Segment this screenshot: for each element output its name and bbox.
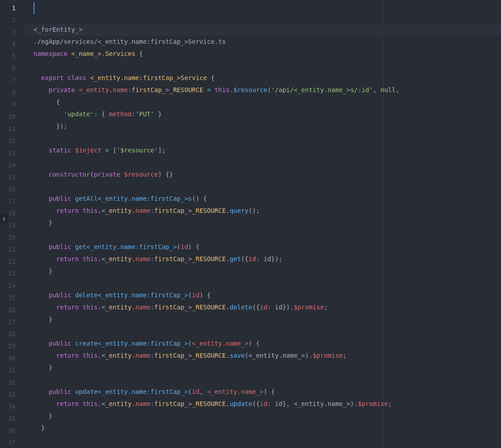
- code-line[interactable]: return this.<_entity.name:firstCap_>_RES…: [34, 301, 501, 313]
- code-line[interactable]: }: [34, 362, 501, 374]
- token-pl: .<: [98, 304, 105, 311]
- line-number[interactable]: 7: [0, 75, 16, 87]
- code-line[interactable]: 'update': { method:'PUT' }: [34, 108, 501, 120]
- code-line[interactable]: [34, 229, 501, 241]
- code-line[interactable]: public update<_entity.name:firstCap_>(id…: [34, 386, 501, 398]
- line-number[interactable]: 5: [0, 51, 16, 63]
- token-cls: _RESOURCE: [192, 304, 226, 311]
- line-number[interactable]: 33: [0, 389, 16, 401]
- line-number[interactable]: 13: [0, 147, 16, 159]
- code-line[interactable]: [34, 434, 501, 446]
- code-line[interactable]: public create<_entity.name:firstCap_>(<_…: [34, 338, 501, 350]
- line-number[interactable]: 8: [0, 87, 16, 99]
- code-line[interactable]: return this.<_entity.name:firstCap_>_RES…: [34, 205, 501, 217]
- token-pl: [34, 400, 56, 407]
- code-line[interactable]: angular.module('<_name_>').service('<_en…: [34, 446, 501, 448]
- line-number[interactable]: 11: [0, 123, 16, 135]
- code-line[interactable]: ./ngApp/services/<_entity.name:firstCap_…: [34, 36, 501, 48]
- line-number[interactable]: 27: [0, 316, 16, 328]
- line-number[interactable]: 17: [0, 195, 16, 207]
- line-number[interactable]: 31: [0, 364, 16, 376]
- line-number[interactable]: 28: [0, 328, 16, 340]
- code-line[interactable]: public get<_entity.name:firstCap_>(id) {: [34, 241, 501, 253]
- code-line[interactable]: }: [34, 313, 501, 325]
- code-line[interactable]: [34, 181, 501, 193]
- code-line[interactable]: private <_entity.name:firstCap_>_RESOURC…: [34, 84, 501, 96]
- code-line[interactable]: public delete<_entity.name:firstCap_>(id…: [34, 289, 501, 301]
- code-editor[interactable]: 1234567891011121314151617181920212223242…: [0, 0, 501, 448]
- token-kw: this: [215, 86, 230, 93]
- fold-handle[interactable]: ❮: [0, 214, 8, 224]
- code-line[interactable]: public getAll<_entity.name:firstCap_>s()…: [34, 193, 501, 205]
- line-number[interactable]: 16: [0, 183, 16, 195]
- line-number[interactable]: 35: [0, 413, 16, 425]
- code-line[interactable]: [34, 325, 501, 338]
- line-number[interactable]: 3: [0, 26, 16, 38]
- token-pl: .: [132, 400, 135, 407]
- line-number[interactable]: 10: [0, 111, 16, 123]
- code-line[interactable]: [34, 374, 501, 386]
- code-line[interactable]: }: [34, 217, 501, 229]
- token-pl: }: [34, 316, 52, 323]
- line-number[interactable]: 9: [0, 99, 16, 111]
- line-number[interactable]: 2: [0, 14, 16, 26]
- line-number[interactable]: 22: [0, 256, 16, 268]
- code-line[interactable]: constructor(private $resource) {}: [34, 169, 501, 181]
- code-line[interactable]: namespace <_name_>.Services {: [34, 48, 501, 60]
- code-line[interactable]: [34, 60, 501, 72]
- line-number[interactable]: 15: [0, 171, 16, 183]
- line-number[interactable]: 20: [0, 232, 16, 244]
- line-number[interactable]: 1: [0, 2, 16, 14]
- line-number[interactable]: 36: [0, 425, 16, 437]
- code-line[interactable]: {: [34, 96, 501, 108]
- token-fn: save: [229, 352, 245, 359]
- token-pl: ];: [158, 147, 166, 154]
- code-line[interactable]: <_forEntity_>: [25, 24, 501, 36]
- token-pl: .: [109, 86, 113, 93]
- code-area[interactable]: <_forEntity_>./ngApp/services/<_entity.n…: [25, 0, 501, 448]
- code-line[interactable]: return this.<_entity.name:firstCap_>_RES…: [34, 398, 501, 410]
- code-line[interactable]: }: [34, 410, 501, 422]
- line-number[interactable]: 30: [0, 352, 16, 364]
- line-number[interactable]: 23: [0, 268, 16, 280]
- code-line[interactable]: export class <_entity.name:firstCap_>Ser…: [34, 72, 501, 84]
- line-number[interactable]: 32: [0, 376, 16, 389]
- token-str: '$resource': [116, 147, 158, 154]
- code-line[interactable]: [34, 156, 501, 169]
- token-pl: >: [188, 400, 192, 407]
- token-pl: }: [154, 110, 162, 118]
- token-pl: ) {: [188, 243, 200, 250]
- token-param: id: [192, 292, 200, 299]
- token-pl: }: [34, 424, 45, 431]
- token-pl: ({: [252, 304, 260, 311]
- line-number[interactable]: 21: [0, 244, 16, 256]
- code-line[interactable]: static $inject = ['$resource'];: [34, 144, 501, 156]
- code-line[interactable]: return this.<_entity.name:firstCap_>_RES…: [34, 350, 501, 362]
- line-number[interactable]: 26: [0, 304, 16, 316]
- token-kw: return: [56, 207, 79, 214]
- code-line[interactable]: }: [34, 265, 501, 277]
- code-line[interactable]: }: [34, 422, 501, 434]
- token-cls: firstCap_: [154, 304, 188, 311]
- line-number[interactable]: 34: [0, 401, 16, 413]
- line-number-gutter[interactable]: 1234567891011121314151617181920212223242…: [0, 0, 25, 448]
- line-number[interactable]: 24: [0, 280, 16, 292]
- line-number[interactable]: 4: [0, 38, 16, 51]
- token-pl: [34, 195, 49, 202]
- token-op: =: [105, 147, 109, 154]
- token-pl: [211, 86, 214, 93]
- token-pl: {: [34, 98, 60, 106]
- line-number[interactable]: 12: [0, 135, 16, 147]
- code-line[interactable]: [34, 132, 501, 144]
- line-number[interactable]: 25: [0, 292, 16, 304]
- line-number[interactable]: 14: [0, 159, 16, 171]
- token-pl: [203, 86, 207, 93]
- code-line[interactable]: [34, 277, 501, 289]
- code-line[interactable]: });: [34, 120, 501, 132]
- line-number[interactable]: 6: [0, 63, 16, 75]
- token-kw: private: [49, 86, 75, 93]
- token-pl: {: [136, 50, 143, 57]
- line-number[interactable]: 29: [0, 340, 16, 352]
- line-number[interactable]: 37: [0, 437, 16, 448]
- code-line[interactable]: return this.<_entity.name:firstCap_>_RES…: [34, 253, 501, 265]
